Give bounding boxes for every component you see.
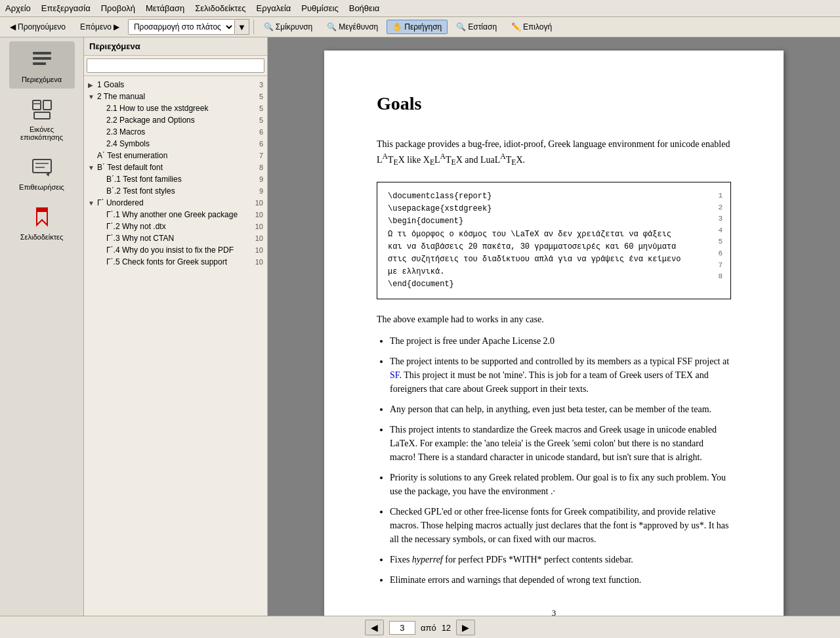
menu-settings[interactable]: Ρυθμίσεις [296,1,343,15]
select-button[interactable]: ✏️ Επιλογή [505,20,558,34]
sidebar-item-reviews[interactable]: Επιθεωρήσεις [9,149,75,196]
list-item: Fixes hyperref for perfect PDFs *WITH* p… [390,553,731,566]
toc-item-label: Γ΄.1 Why another one Greek package [106,210,251,219]
menu-bookmarks[interactable]: Σελιδοδείκτες [190,1,251,15]
browse-icon: ✋ [392,22,402,32]
browse-button[interactable]: ✋ Περιήγηση [387,20,448,34]
svg-rect-5 [43,100,51,110]
toc-item-num: 10 [251,234,263,242]
menu-view[interactable]: Προβολή [96,1,140,15]
prev-button[interactable]: ◀ Προηγούμενο [4,20,72,34]
toc-toggle: ▼ [88,200,97,207]
toc-item-label: 2.2 Package and Options [106,116,255,125]
fit-selector[interactable]: Προσαρμογή στο πλάτος [128,19,235,35]
menu-navigate[interactable]: Μετάβαση [140,1,190,15]
toc-item-num: 9 [255,175,263,183]
browse-label: Περιήγηση [404,22,442,32]
page-footer-number: 3 [377,606,731,616]
toolbar: ◀ Προηγούμενο Επόμενο ▶ Προσαρμογή στο π… [0,17,840,37]
toc-item[interactable]: 2.4 Symbols6 [84,138,267,150]
toc-item[interactable]: ▶1 Goals3 [84,79,267,91]
sidebar-item-thumbnails[interactable]: Εικόνες επισκόπησης [9,91,75,146]
toc-item[interactable]: ▼Β΄ Test default font8 [84,161,267,173]
toc-item[interactable]: 2.1 How to use the xstdgreek5 [84,102,267,114]
toc-search-wrap [84,56,267,76]
menu-file[interactable]: Αρχείο [0,1,36,15]
focus-icon: 🔍 [456,22,466,32]
line-number: 8 [718,271,723,283]
toc-item-num: 9 [255,187,263,195]
toc-item[interactable]: Β΄.1 Test font families9 [84,173,267,185]
after-code-text: The above example had to works in any ca… [377,312,731,326]
code-line: \documentclass{report} [388,190,720,203]
menubar: Αρχείο Επεξεργασία Προβολή Μετάβαση Σελι… [0,0,840,17]
next-button[interactable]: Επόμενο ▶ [74,20,125,34]
toc-item-label: Γ΄.2 Why not .dtx [106,222,251,231]
toc-item-num: 6 [255,128,263,136]
toc-item-num: 10 [251,258,263,266]
menu-help[interactable]: Βοήθεια [344,1,385,15]
toc-item-num: 6 [255,140,263,148]
toc-item[interactable]: 2.3 Macros6 [84,126,267,138]
toc-item[interactable]: Γ΄.1 Why another one Greek package10 [84,209,267,221]
svg-rect-4 [33,103,41,104]
sf-link[interactable]: SF [390,370,399,380]
arrow-left-icon: ◀ [10,22,16,32]
code-line: \begin{document} [388,215,720,228]
toc-item[interactable]: Γ΄.2 Why not .dtx10 [84,221,267,232]
line-number: 7 [718,260,723,272]
toc-item-label: Β΄.2 Test font styles [106,186,255,196]
sidebar: Περιεχόμενα Εικόνες επισκόπησης [0,37,84,616]
sidebar-bookmarks-label: Σελιδοδείκτες [20,233,63,241]
next-page-button[interactable]: ▶ [456,620,475,635]
code-line: με ελληνικά. [388,266,720,278]
svg-rect-3 [33,100,41,110]
prev-page-button[interactable]: ◀ [365,620,384,635]
sidebar-item-contents[interactable]: Περιεχόμενα [9,41,75,89]
toc-item[interactable]: ▼Γ΄ Unordered10 [84,197,267,209]
toc-toggle: ▼ [88,164,97,171]
toc-item[interactable]: Β΄.2 Test font styles9 [84,185,267,197]
toc-item-num: 5 [255,116,263,124]
code-line: \end{document} [388,278,720,291]
zoom-in-icon: 🔍 [327,22,337,32]
svg-rect-1 [33,57,51,60]
focus-button[interactable]: 🔍 Εστίαση [450,20,503,34]
page-input[interactable] [389,621,415,635]
toc-search-input[interactable] [87,58,264,73]
doc-scroll-area[interactable]: Goals This package provides a bug-free, … [268,37,840,616]
toc-item[interactable]: Γ΄.4 Why do you insist to fix the PDF10 [84,244,267,256]
toc-item[interactable]: Γ΄.3 Why not CTAN10 [84,232,267,244]
toc-item[interactable]: ▼2 The manual5 [84,91,267,102]
menu-edit[interactable]: Επεξεργασία [36,1,96,15]
page-total: 12 [442,623,451,633]
code-content: \documentclass{report}\usepackage{xstdgr… [388,190,720,291]
contents-icon [29,47,55,73]
toc-item-label: Γ΄.3 Why not CTAN [106,234,251,243]
page-of-label: από [421,623,436,633]
sidebar-thumbnails-label: Εικόνες επισκόπησης [12,125,72,141]
line-number: 1 [718,190,723,202]
toc-item-label: Α΄ Test enumeration [97,151,255,160]
italic-text: hyperref [412,555,443,564]
bookmarks-icon [29,204,55,230]
intro-text: This package provides a bug-free, idiot-… [377,137,731,169]
toc-item[interactable]: Γ΄.5 Check fonts for Greek support10 [84,256,267,268]
svg-rect-6 [34,112,50,119]
svg-rect-7 [33,160,51,173]
toc-item[interactable]: Α΄ Test enumeration7 [84,150,267,161]
zoom-in-button[interactable]: 🔍 Μεγέθυνση [321,20,384,34]
prev-label: Προηγούμενο [18,22,66,32]
toc-item-label: 2.1 How to use the xstdgreek [106,104,255,113]
fit-selector-arrow[interactable]: ▼ [235,19,249,35]
toc-item-label: Γ΄.4 Why do you insist to fix the PDF [106,245,251,255]
zoom-out-label: Σμίκρυνση [276,22,312,32]
zoom-in-label: Μεγέθυνση [339,22,378,32]
line-number: 5 [718,236,723,248]
page-title: Goals [377,90,731,117]
toc-item[interactable]: 2.2 Package and Options5 [84,114,267,126]
bottom-bar: ◀ από 12 ▶ [0,616,840,638]
menu-tools[interactable]: Εργαλεία [251,1,297,15]
sidebar-item-bookmarks[interactable]: Σελιδοδείκτες [9,199,75,246]
zoom-out-button[interactable]: 🔍 Σμίκρυνση [258,20,318,34]
